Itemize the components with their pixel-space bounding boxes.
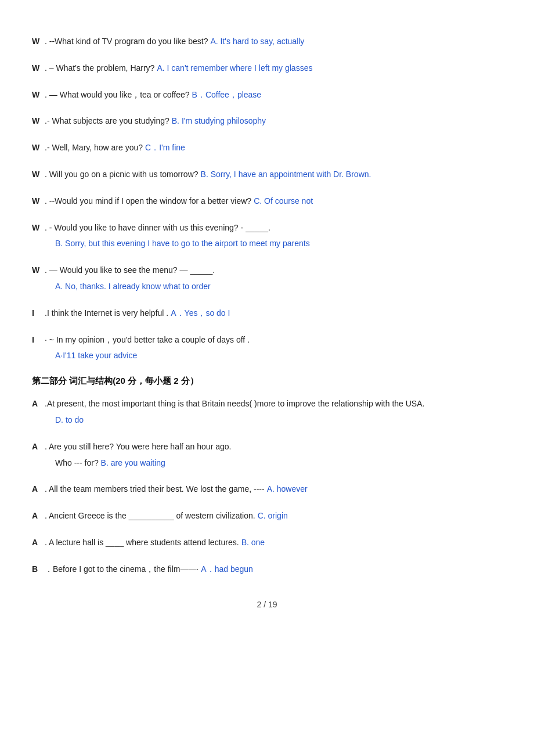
q3-answer: B．Coffee，please — [192, 88, 262, 102]
s2q4-answer: C. origin — [258, 509, 288, 523]
q9-text: . — Would you like to see the menu? — — [45, 264, 187, 278]
q4-text: .- What subjects are you studying? — [45, 114, 169, 128]
s2-question-block-3: A . All the team members tried their bes… — [32, 483, 502, 496]
question-block-q2: W . – What's the problem, Harry? A. I ca… — [32, 62, 502, 75]
q10-answer: A．Yes，so do I — [171, 307, 230, 321]
q1-text: . --What kind of TV program do you like … — [45, 35, 208, 49]
q3-text: . — What would you like，tea or coffee? — [45, 88, 190, 102]
question-line-q2: W . – What's the problem, Harry? A. I ca… — [32, 62, 502, 75]
q8-blank: _____. — [246, 221, 270, 235]
question-line-q5: W .- Well, Mary, how are you? C．I'm fine — [32, 141, 502, 155]
q6-text: . Will you go on a picnic with us tomorr… — [45, 168, 199, 182]
s2q6-text: ．Before I got to the cinema，the film——· — [45, 563, 199, 577]
q8-label: W — [32, 221, 42, 235]
question-block-q6: W . Will you go on a picnic with us tomo… — [32, 168, 502, 182]
question-block-q11: I · ~ In my opinion，you'd better take a … — [32, 333, 502, 363]
q9-blank: _____. — [190, 264, 215, 278]
question-line-q11: I · ~ In my opinion，you'd better take a … — [32, 333, 502, 347]
s2q2-label: A — [32, 440, 42, 454]
s2q5-answer: B. one — [241, 536, 265, 550]
question-block-q7: W . --Would you mind if I open the windo… — [32, 195, 502, 208]
q8-text: . - Would you like to have dinner with u… — [45, 221, 243, 235]
question-line-q1: W . --What kind of TV program do you lik… — [32, 35, 502, 49]
s2q2-sub-text: Who --- for? — [55, 458, 99, 467]
question-block-q5: W .- Well, Mary, how are you? C．I'm fine — [32, 141, 502, 155]
q2-label: W — [32, 62, 42, 75]
s2q3-label: A — [32, 483, 42, 496]
question-block-q4: W .- What subjects are you studying? B. … — [32, 114, 502, 128]
s2q1-label: A — [32, 397, 42, 411]
s2q1-indented-answer: D. to do — [32, 413, 502, 427]
s2-q4-line: A . Ancient Greece is the __________ of … — [32, 509, 502, 523]
s2-q5-line: A . A lecture hall is ____ where student… — [32, 536, 502, 550]
q7-answer: C. Of course not — [254, 195, 313, 208]
s2q4-label: A — [32, 509, 42, 523]
q10-text: .I think the Internet is very helpful . — [45, 307, 168, 321]
q1-label: W — [32, 35, 42, 49]
s2q5-label: A — [32, 536, 42, 550]
question-line-q3: W . — What would you like，tea or coffee?… — [32, 88, 502, 102]
q11-indented-answer: A·I'11 take your advice — [32, 349, 502, 363]
question-block-q10: I .I think the Internet is very helpful … — [32, 307, 502, 321]
section2-questions: A .At present, the most important thing … — [32, 397, 502, 576]
q6-label: W — [32, 168, 42, 182]
question-block-q3: W . — What would you like，tea or coffee?… — [32, 88, 502, 102]
q2-answer: A. I can't remember where I left my glas… — [157, 62, 312, 75]
question-block-q1: W . --What kind of TV program do you lik… — [32, 35, 502, 49]
s2q2-sub-answer: B. are you waiting — [101, 458, 165, 467]
s2-question-block-1: A .At present, the most important thing … — [32, 397, 502, 427]
question-line-q4: W .- What subjects are you studying? B. … — [32, 114, 502, 128]
question-block-q9: W . — Would you like to see the menu? — … — [32, 264, 502, 294]
s2q6-label: B — [32, 563, 42, 577]
q5-answer: C．I'm fine — [145, 141, 185, 155]
q3-label: W — [32, 88, 42, 102]
s2q5-text: . A lecture hall is ____ where students … — [45, 536, 239, 550]
q9-indented-answer: A. No, thanks. I already know what to or… — [32, 280, 502, 294]
question-line-q9: W . — Would you like to see the menu? — … — [32, 264, 502, 278]
s2-q6-line: B ．Before I got to the cinema，the film——… — [32, 563, 502, 577]
s2-q1-line: A .At present, the most important thing … — [32, 397, 502, 411]
s2-question-block-4: A . Ancient Greece is the __________ of … — [32, 509, 502, 523]
s2q1-text: .At present, the most important thing is… — [45, 397, 424, 411]
q4-answer: B. I'm studying philosophy — [172, 114, 266, 128]
q2-text: . – What's the problem, Harry? — [45, 62, 154, 75]
q5-text: .- Well, Mary, how are you? — [45, 141, 143, 155]
s2-question-block-5: A . A lecture hall is ____ where student… — [32, 536, 502, 550]
question-line-q6: W . Will you go on a picnic with us tomo… — [32, 168, 502, 182]
page-number: 2 / 19 — [32, 600, 502, 609]
q8-indented-answer: B. Sorry, but this evening I have to go … — [32, 237, 502, 251]
questions-section: W . --What kind of TV program do you lik… — [32, 35, 502, 363]
question-line-q10: I .I think the Internet is very helpful … — [32, 307, 502, 321]
s2-question-block-2: A . Are you still here? You were here ha… — [32, 440, 502, 470]
q9-label: W — [32, 264, 42, 278]
section2-header: 第二部分 词汇与结构(20 分，每小题 2 分） — [32, 376, 502, 387]
s2-q2-line: A . Are you still here? You were here ha… — [32, 440, 502, 454]
s2q2-text: . Are you still here? You were here half… — [45, 440, 231, 454]
question-line-q7: W . --Would you mind if I open the windo… — [32, 195, 502, 208]
s2q4-text: . Ancient Greece is the __________ of we… — [45, 509, 255, 523]
s2-question-block-6: B ．Before I got to the cinema，the film——… — [32, 563, 502, 577]
s2q3-answer: A. however — [267, 483, 308, 496]
q6-answer: B. Sorry, I have an appointment with Dr.… — [201, 168, 371, 182]
q7-text: . --Would you mind if I open the window … — [45, 195, 251, 208]
question-block-q8: W . - Would you like to have dinner with… — [32, 221, 502, 251]
q10-label: I — [32, 307, 42, 321]
q11-label: I — [32, 333, 42, 347]
s2q6-answer: A．had begun — [201, 563, 253, 577]
q7-label: W — [32, 195, 42, 208]
q1-answer: A. It's hard to say, actually — [210, 35, 304, 49]
s2-q3-line: A . All the team members tried their bes… — [32, 483, 502, 496]
question-line-q8: W . - Would you like to have dinner with… — [32, 221, 502, 235]
q11-text: · ~ In my opinion，you'd better take a co… — [45, 333, 250, 347]
q4-label: W — [32, 114, 42, 128]
s2q2-sub-line: Who --- for? B. are you waiting — [32, 456, 502, 470]
s2q3-text: . All the team members tried their best.… — [45, 483, 265, 496]
q5-label: W — [32, 141, 42, 155]
